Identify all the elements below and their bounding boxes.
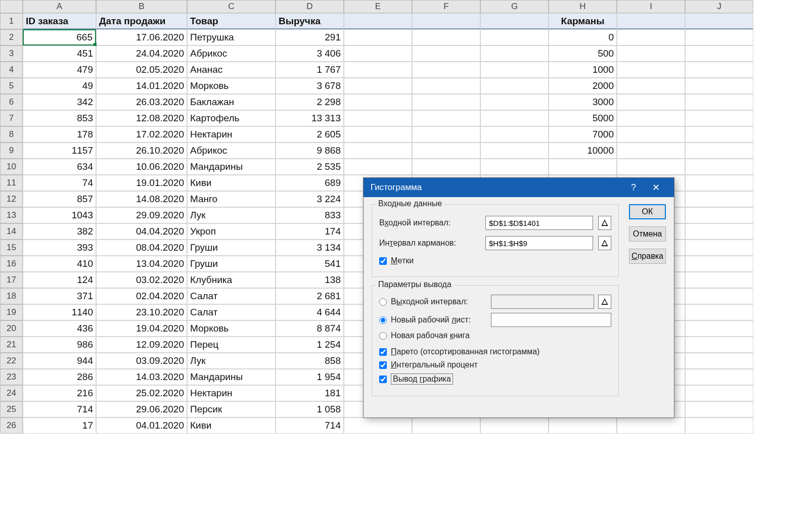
cell[interactable]: 12.08.2020	[96, 110, 187, 126]
cell[interactable]	[685, 207, 753, 223]
cell[interactable]: 1 058	[276, 401, 344, 417]
cell[interactable]	[480, 126, 549, 143]
cell[interactable]	[412, 29, 480, 45]
new-sheet-field[interactable]	[491, 313, 611, 327]
cell[interactable]	[412, 417, 480, 434]
new-sheet-radio[interactable]	[379, 316, 387, 324]
row-header[interactable]: 12	[0, 191, 23, 207]
cell[interactable]	[685, 159, 753, 175]
cell[interactable]	[685, 240, 753, 256]
cell[interactable]: 25.02.2020	[96, 385, 187, 401]
cumulative-checkbox[interactable]	[379, 361, 387, 369]
cell[interactable]	[617, 45, 685, 62]
cell[interactable]: Картофель	[187, 110, 276, 126]
cell[interactable]: 216	[23, 385, 96, 401]
cell[interactable]	[685, 175, 753, 191]
cell[interactable]	[344, 417, 412, 434]
cell[interactable]	[344, 45, 412, 62]
row-header[interactable]: 19	[0, 304, 23, 320]
header-cell[interactable]	[685, 13, 753, 29]
cell[interactable]	[685, 288, 753, 304]
cell[interactable]	[685, 385, 753, 401]
cell[interactable]	[617, 143, 685, 159]
header-cell[interactable]	[412, 13, 480, 29]
column-header[interactable]: F	[412, 0, 480, 13]
range-select-icon[interactable]	[598, 216, 611, 230]
row-header[interactable]: 8	[0, 126, 23, 143]
cell[interactable]: Петрушка	[187, 29, 276, 45]
cell[interactable]: Мандарины	[187, 369, 276, 385]
cell[interactable]: 500	[549, 45, 617, 62]
cell[interactable]	[480, 29, 549, 45]
cell[interactable]: 1157	[23, 143, 96, 159]
cell[interactable]: 10000	[549, 143, 617, 159]
cell[interactable]	[685, 143, 753, 159]
row-header[interactable]: 18	[0, 288, 23, 304]
cell[interactable]	[685, 223, 753, 240]
cell[interactable]	[685, 45, 753, 62]
header-cell[interactable]: Товар	[187, 13, 276, 29]
cell[interactable]: 26.03.2020	[96, 94, 187, 110]
cell[interactable]	[412, 94, 480, 110]
cell[interactable]: Морковь	[187, 78, 276, 94]
cell[interactable]: 714	[23, 401, 96, 417]
cell[interactable]: Перец	[187, 337, 276, 353]
cell[interactable]: 19.01.2020	[96, 175, 187, 191]
cell[interactable]: 634	[23, 159, 96, 175]
cell[interactable]	[685, 304, 753, 320]
row-header[interactable]: 20	[0, 320, 23, 337]
cell[interactable]	[685, 191, 753, 207]
column-header[interactable]: C	[187, 0, 276, 13]
range-select-icon[interactable]	[598, 295, 611, 309]
cell[interactable]: 3 134	[276, 240, 344, 256]
cell[interactable]	[617, 110, 685, 126]
input-range-field[interactable]	[485, 216, 593, 230]
cell[interactable]: 3000	[549, 94, 617, 110]
cell[interactable]: 393	[23, 240, 96, 256]
cell[interactable]: 2 535	[276, 159, 344, 175]
cell[interactable]: 23.10.2020	[96, 304, 187, 320]
cell[interactable]: Клубника	[187, 272, 276, 288]
cell[interactable]: 02.04.2020	[96, 288, 187, 304]
header-cell[interactable]: Выручка	[276, 13, 344, 29]
pareto-checkbox[interactable]	[379, 348, 387, 356]
cell[interactable]: 714	[276, 417, 344, 434]
cell[interactable]	[685, 272, 753, 288]
select-all-corner[interactable]	[0, 0, 23, 13]
row-header[interactable]: 4	[0, 62, 23, 78]
labels-checkbox[interactable]	[379, 257, 387, 265]
cell[interactable]	[617, 159, 685, 175]
cell[interactable]	[344, 78, 412, 94]
cell[interactable]: 1 254	[276, 337, 344, 353]
row-header[interactable]: 6	[0, 94, 23, 110]
cell[interactable]: Морковь	[187, 320, 276, 337]
cell[interactable]: 138	[276, 272, 344, 288]
cell[interactable]: 8 874	[276, 320, 344, 337]
cell[interactable]: 665	[23, 29, 96, 45]
cell[interactable]: 13.04.2020	[96, 256, 187, 272]
column-header[interactable]: J	[685, 0, 753, 13]
cell[interactable]: Салат	[187, 304, 276, 320]
cell[interactable]: Манго	[187, 191, 276, 207]
cell[interactable]: 451	[23, 45, 96, 62]
chart-output-checkbox[interactable]	[379, 376, 387, 383]
cell[interactable]	[549, 417, 617, 434]
output-range-field[interactable]	[491, 295, 594, 309]
cell[interactable]: 2 298	[276, 94, 344, 110]
header-cell[interactable]: ID заказа	[23, 13, 96, 29]
cell[interactable]: 26.10.2020	[96, 143, 187, 159]
cell[interactable]: 382	[23, 223, 96, 240]
cell[interactable]: 986	[23, 337, 96, 353]
cell[interactable]: 04.01.2020	[96, 417, 187, 434]
cell[interactable]	[480, 159, 549, 175]
cell[interactable]	[344, 94, 412, 110]
cell[interactable]: Киви	[187, 417, 276, 434]
column-header[interactable]: E	[344, 0, 412, 13]
cell[interactable]: 0	[549, 29, 617, 45]
cell[interactable]	[412, 126, 480, 143]
cancel-button[interactable]: Отмена	[629, 226, 666, 242]
cell[interactable]	[685, 401, 753, 417]
cell[interactable]: 857	[23, 191, 96, 207]
cell[interactable]	[685, 62, 753, 78]
cell[interactable]: 2 605	[276, 126, 344, 143]
